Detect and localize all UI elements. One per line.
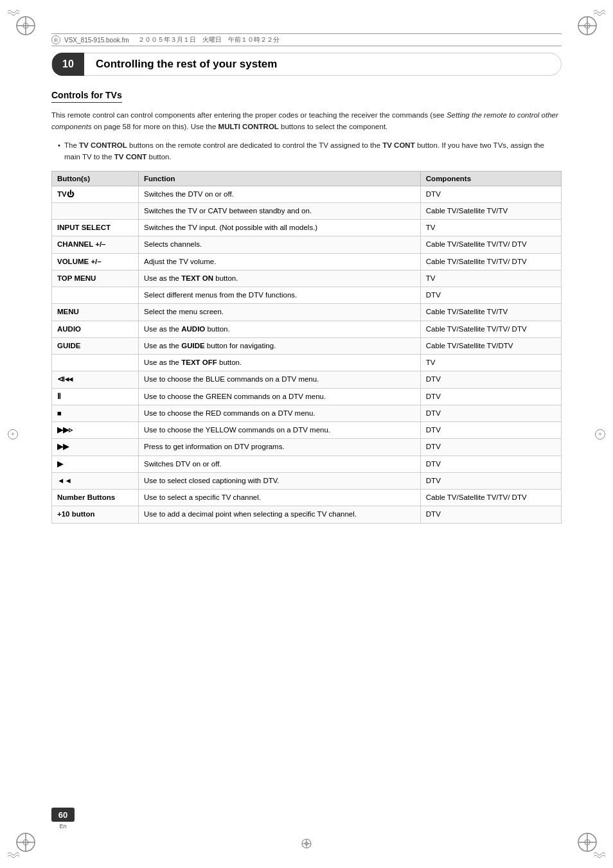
- table-row: +10 buttonUse to add a decimal point whe…: [52, 506, 562, 523]
- chapter-header: 10 Controlling the rest of your system: [51, 53, 562, 76]
- table-row: ◄◄Use to select closed captioning with D…: [52, 472, 562, 489]
- table-cell-button: INPUT SELECT: [52, 220, 139, 236]
- bullet-item: • The TV CONTROL buttons on the remote c…: [51, 139, 562, 163]
- table-cell-button: GUIDE: [52, 337, 139, 354]
- table-cell-function: Selects channels.: [139, 236, 421, 253]
- table-cell-button: ⧏◂◂: [52, 371, 139, 388]
- table-cell-function: Use to select closed captioning with DTV…: [139, 472, 421, 489]
- table-cell-function: Use to choose the YELLOW commands on a D…: [139, 422, 421, 439]
- table-row: GUIDEUse as the GUIDE button for navigat…: [52, 337, 562, 354]
- table-cell-components: DTV: [420, 456, 561, 472]
- table-cell-button: MENU: [52, 304, 139, 321]
- meta-cross-icon: ⊕: [51, 35, 60, 44]
- corner-mark-tr: [568, 6, 607, 45]
- table-cell-components: Cable TV/Satellite TV/DTV: [420, 337, 561, 354]
- table-cell-components: DTV: [420, 388, 561, 405]
- table-cell-components: TV: [420, 270, 561, 287]
- col-header-components: Components: [420, 171, 561, 186]
- table-cell-components: DTV: [420, 405, 561, 421]
- table-row: INPUT SELECTSwitches the TV input. (Not …: [52, 220, 562, 236]
- table-row: ⅡUse to choose the GREEN commands on a D…: [52, 388, 562, 405]
- content-area: Controls for TVs This remote control can…: [51, 90, 562, 524]
- table-cell-function: Select the menu screen.: [139, 304, 421, 321]
- table-cell-button: ▶: [52, 456, 139, 472]
- table-row: ⧏◂◂Use to choose the BLUE commands on a …: [52, 371, 562, 388]
- table-cell-components: DTV: [420, 287, 561, 304]
- chapter-number: 10: [52, 53, 84, 76]
- table-cell-button: VOLUME +/–: [52, 253, 139, 270]
- table-cell-components: DTV: [420, 472, 561, 489]
- table-cell-function: Select different menus from the DTV func…: [139, 287, 421, 304]
- table-cell-components: DTV: [420, 422, 561, 439]
- table-row: ■Use to choose the RED commands on a DTV…: [52, 405, 562, 421]
- table-cell-function: Switches the TV input. (Not possible wit…: [139, 220, 421, 236]
- table-row: ▶▶▹Use to choose the YELLOW commands on …: [52, 422, 562, 439]
- table-row: Switches the TV or CATV between standby …: [52, 202, 562, 219]
- table-row: TOP MENUUse as the TEXT ON button.TV: [52, 270, 562, 287]
- chapter-title: Controlling the rest of your system: [96, 58, 277, 71]
- side-mark-left: [8, 429, 18, 439]
- table-row: CHANNEL +/–Selects channels.Cable TV/Sat…: [52, 236, 562, 253]
- page-number: 60: [51, 808, 75, 822]
- table-cell-function: Use as the TEXT ON button.: [139, 270, 421, 287]
- table-cell-components: DTV: [420, 506, 561, 523]
- col-header-function: Function: [139, 171, 421, 186]
- bullet-text: The TV CONTROL buttons on the remote con…: [64, 139, 562, 163]
- table-cell-button: [52, 287, 139, 304]
- table-cell-button: ▶▶▹: [52, 422, 139, 439]
- corner-mark-tl: [6, 6, 45, 45]
- corner-mark-bl: [6, 823, 45, 862]
- meta-date: ２００５年３月１日 火曜日 午前１０時２２分: [138, 35, 280, 44]
- table-row: VOLUME +/–Adjust the TV volume.Cable TV/…: [52, 253, 562, 270]
- table-row: Select different menus from the DTV func…: [52, 287, 562, 304]
- table-row: MENUSelect the menu screen.Cable TV/Sate…: [52, 304, 562, 321]
- table-cell-components: Cable TV/Satellite TV/TV: [420, 202, 561, 219]
- page-lang: En: [51, 823, 75, 829]
- meta-bar: ⊕ VSX_815-915.book.fm ２００５年３月１日 火曜日 午前１０…: [51, 33, 562, 46]
- table-cell-components: TV: [420, 220, 561, 236]
- table-cell-button: [52, 355, 139, 371]
- table-cell-components: DTV: [420, 371, 561, 388]
- table-cell-button: Ⅱ: [52, 388, 139, 405]
- table-row: TV⏻Switches the DTV on or off.DTV: [52, 186, 562, 202]
- table-cell-function: Switches the TV or CATV between standby …: [139, 202, 421, 219]
- table-cell-components: DTV: [420, 186, 561, 202]
- table-cell-button: +10 button: [52, 506, 139, 523]
- table-cell-button: ◄◄: [52, 472, 139, 489]
- table-cell-function: Use as the AUDIO button.: [139, 321, 421, 337]
- table-cell-function: Use to choose the BLUE commands on a DTV…: [139, 371, 421, 388]
- corner-mark-br: [568, 823, 607, 862]
- table-cell-function: Use as the TEXT OFF button.: [139, 355, 421, 371]
- table-cell-button: [52, 202, 139, 219]
- col-header-button: Button(s): [52, 171, 139, 186]
- table-cell-function: Use to choose the GREEN commands on a DT…: [139, 388, 421, 405]
- table-row: Number ButtonsUse to select a specific T…: [52, 490, 562, 506]
- table-cell-function: Switches the DTV on or off.: [139, 186, 421, 202]
- table-cell-button: ▶▶: [52, 439, 139, 456]
- table-cell-components: Cable TV/Satellite TV/TV/ DTV: [420, 253, 561, 270]
- table-row: ▶▶Press to get information on DTV progra…: [52, 439, 562, 456]
- bullet-dot: •: [58, 139, 60, 163]
- table-cell-function: Use to select a specific TV channel.: [139, 490, 421, 506]
- table-cell-function: Use to choose the RED commands on a DTV …: [139, 405, 421, 421]
- table-cell-button: Number Buttons: [52, 490, 139, 506]
- section-title: Controls for TVs: [51, 90, 122, 103]
- table-row: ▶Switches DTV on or off.DTV: [52, 456, 562, 472]
- table-header-row: Button(s) Function Components: [52, 171, 562, 186]
- table-row: Use as the TEXT OFF button.TV: [52, 355, 562, 371]
- table-cell-function: Use as the GUIDE button for navigating.: [139, 337, 421, 354]
- table-cell-components: Cable TV/Satellite TV/TV/ DTV: [420, 490, 561, 506]
- controls-table: Button(s) Function Components TV⏻Switche…: [51, 171, 562, 524]
- table-cell-button: TV⏻: [52, 186, 139, 202]
- meta-page-label: [133, 37, 135, 44]
- table-cell-button: CHANNEL +/–: [52, 236, 139, 253]
- page-footer: 60 En: [51, 808, 75, 829]
- table-cell-components: Cable TV/Satellite TV/TV/ DTV: [420, 321, 561, 337]
- table-cell-components: DTV: [420, 439, 561, 456]
- table-cell-function: Switches DTV on or off.: [139, 456, 421, 472]
- table-cell-components: Cable TV/Satellite TV/TV/ DTV: [420, 236, 561, 253]
- meta-filename: VSX_815-915.book.fm: [64, 37, 129, 44]
- table-cell-function: Use to add a decimal point when selectin…: [139, 506, 421, 523]
- table-cell-components: TV: [420, 355, 561, 371]
- center-bottom-cross: [300, 837, 313, 850]
